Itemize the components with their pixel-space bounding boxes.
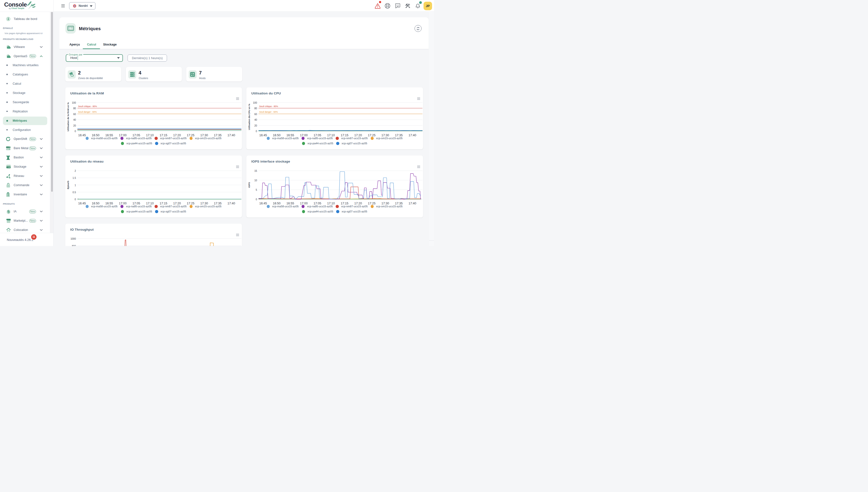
svg-text:17:10: 17:10 bbox=[146, 202, 153, 205]
svg-text:17:40: 17:40 bbox=[409, 202, 416, 205]
svg-text:17:20: 17:20 bbox=[173, 202, 181, 205]
svg-text:17:00: 17:00 bbox=[119, 202, 126, 205]
svg-text:16:45: 16:45 bbox=[259, 202, 267, 205]
svg-text:60: 60 bbox=[255, 113, 257, 116]
svg-text:10: 10 bbox=[255, 179, 257, 182]
svg-text:17:15: 17:15 bbox=[160, 133, 167, 137]
svg-text:17:15: 17:15 bbox=[341, 202, 348, 205]
svg-text:17:35: 17:35 bbox=[395, 202, 403, 205]
svg-text:20: 20 bbox=[255, 124, 257, 127]
svg-text:1.5: 1.5 bbox=[73, 177, 76, 179]
svg-text:0: 0 bbox=[74, 198, 76, 201]
svg-text:1: 1 bbox=[74, 184, 76, 187]
svg-text:80: 80 bbox=[73, 107, 76, 110]
svg-text:Bytes/S: Bytes/S bbox=[67, 181, 69, 189]
svg-text:17:35: 17:35 bbox=[214, 202, 221, 205]
svg-text:17:05: 17:05 bbox=[132, 202, 140, 205]
svg-text:17:05: 17:05 bbox=[314, 133, 321, 137]
svg-text:17:25: 17:25 bbox=[368, 202, 375, 205]
svg-text:800: 800 bbox=[72, 245, 76, 246]
svg-text:16:50: 16:50 bbox=[92, 133, 99, 137]
svg-text:17:00: 17:00 bbox=[300, 202, 308, 205]
svg-text:17:35: 17:35 bbox=[214, 133, 221, 137]
svg-text:17:00: 17:00 bbox=[300, 133, 308, 137]
svg-text:Utilisation de la RAM en %: Utilisation de la RAM en % bbox=[67, 102, 69, 131]
svg-text:17:40: 17:40 bbox=[409, 133, 416, 137]
svg-text:0: 0 bbox=[256, 198, 257, 201]
svg-text:17:25: 17:25 bbox=[187, 202, 194, 205]
svg-text:20: 20 bbox=[73, 124, 76, 127]
svg-text:17:40: 17:40 bbox=[227, 133, 235, 137]
svg-text:60: 60 bbox=[73, 113, 76, 116]
svg-text:Seuil danger - 60%: Seuil danger - 60% bbox=[259, 111, 278, 113]
svg-text:Utilisation du CPU en %: Utilisation du CPU en % bbox=[248, 104, 250, 130]
svg-text:Seuil critique - 80%: Seuil critique - 80% bbox=[259, 105, 278, 107]
svg-text:40: 40 bbox=[255, 119, 257, 121]
svg-text:17:30: 17:30 bbox=[381, 133, 389, 137]
svg-text:17:25: 17:25 bbox=[368, 133, 375, 137]
svg-text:17:15: 17:15 bbox=[160, 202, 167, 205]
svg-text:17:30: 17:30 bbox=[200, 202, 208, 205]
svg-text:0.5: 0.5 bbox=[73, 191, 76, 194]
svg-text:17:15: 17:15 bbox=[341, 133, 348, 137]
svg-text:17:30: 17:30 bbox=[381, 202, 389, 205]
svg-text:17:40: 17:40 bbox=[227, 202, 235, 205]
svg-text:16:55: 16:55 bbox=[287, 202, 294, 205]
svg-text:17:30: 17:30 bbox=[200, 133, 208, 137]
svg-text:100: 100 bbox=[253, 101, 257, 104]
svg-text:17:05: 17:05 bbox=[314, 202, 321, 205]
svg-text:16:45: 16:45 bbox=[78, 202, 86, 205]
svg-text:80: 80 bbox=[255, 107, 257, 110]
svg-text:2: 2 bbox=[74, 170, 76, 172]
svg-text:16:55: 16:55 bbox=[287, 133, 294, 137]
svg-text:17:35: 17:35 bbox=[395, 133, 403, 137]
svg-text:17:25: 17:25 bbox=[187, 133, 194, 137]
svg-text:Seuil critique - 80%: Seuil critique - 80% bbox=[78, 105, 97, 107]
svg-text:16:55: 16:55 bbox=[105, 133, 113, 137]
svg-text:IOPS: IOPS bbox=[248, 182, 250, 188]
svg-text:Seuil danger - 60%: Seuil danger - 60% bbox=[78, 111, 97, 113]
svg-text:17:10: 17:10 bbox=[327, 202, 335, 205]
svg-text:0: 0 bbox=[256, 130, 257, 132]
svg-text:100: 100 bbox=[72, 101, 76, 104]
svg-text:5: 5 bbox=[256, 189, 257, 191]
svg-text:16:50: 16:50 bbox=[273, 202, 281, 205]
svg-text:16:50: 16:50 bbox=[273, 133, 281, 137]
svg-text:40: 40 bbox=[73, 119, 76, 121]
svg-text:0: 0 bbox=[74, 130, 76, 132]
svg-text:16:50: 16:50 bbox=[92, 202, 99, 205]
svg-text:15: 15 bbox=[255, 170, 257, 172]
svg-text:16:45: 16:45 bbox=[78, 133, 86, 137]
svg-text:17:20: 17:20 bbox=[355, 202, 362, 205]
svg-text:1000: 1000 bbox=[71, 238, 76, 240]
svg-text:17:20: 17:20 bbox=[355, 133, 362, 137]
svg-text:17:10: 17:10 bbox=[327, 133, 335, 137]
svg-text:17:05: 17:05 bbox=[132, 133, 140, 137]
svg-text:17:00: 17:00 bbox=[119, 133, 126, 137]
svg-text:16:55: 16:55 bbox=[105, 202, 113, 205]
svg-text:17:20: 17:20 bbox=[173, 133, 181, 137]
svg-text:16:45: 16:45 bbox=[259, 133, 267, 137]
svg-text:17:10: 17:10 bbox=[146, 133, 153, 137]
